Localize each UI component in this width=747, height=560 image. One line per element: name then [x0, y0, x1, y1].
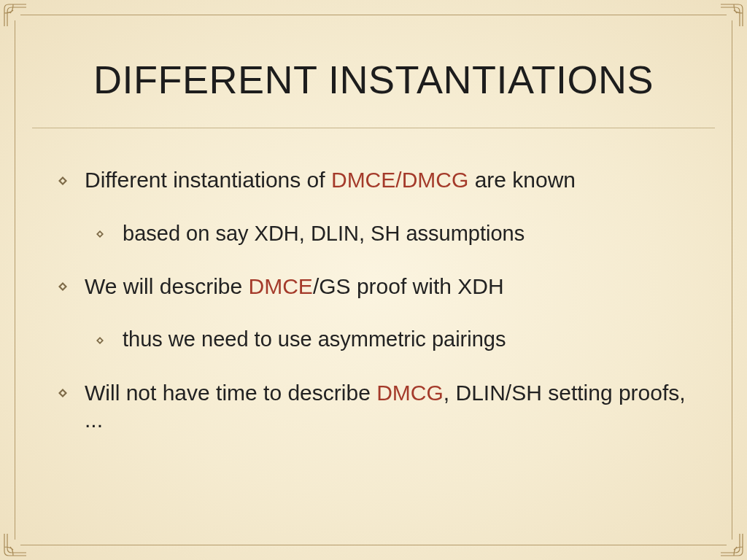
bullet-text: are known: [468, 168, 576, 192]
bullet-text: We will describe: [85, 274, 249, 298]
bullet-subitem: thus we need to use asymmetric pairings: [96, 326, 696, 352]
bullet-item: Different instantiations of DMCE/DMCG ar…: [58, 166, 696, 194]
bullet-text: Different instantiations of: [85, 168, 331, 192]
title-underline: [32, 128, 715, 128]
slide-body: Different instantiations of DMCE/DMCG ar…: [58, 146, 696, 454]
corner-ornament-icon: [719, 3, 744, 28]
bullet-text: thus we need to use asymmetric pairings: [123, 327, 506, 351]
slide-title: DIFFERENT INSTANTIATIONS: [44, 57, 703, 102]
diamond-bullet-icon: [96, 337, 104, 344]
frame-line-bottom: [20, 545, 727, 545]
diamond-bullet-icon: [58, 389, 67, 397]
frame-line-left: [15, 20, 15, 540]
frame-line-right: [732, 20, 732, 540]
bullet-text: based on say XDH, DLIN, SH assumptions: [123, 222, 525, 245]
corner-ornament-icon: [3, 532, 28, 557]
bullet-item: Will not have time to describe DMCG, DLI…: [58, 379, 696, 434]
bullet-item: We will describe DMCE/GS proof with XDH: [58, 273, 696, 300]
bullet-text: Will not have time to describe: [85, 381, 376, 405]
bullet-text: /GS proof with XDH: [313, 274, 504, 298]
diamond-bullet-icon: [96, 230, 104, 238]
bullet-subitem: based on say XDH, DLIN, SH assumptions: [96, 220, 696, 246]
highlight-text: DMCG: [376, 381, 444, 405]
highlight-text: DMCE: [249, 274, 313, 298]
corner-ornament-icon: [719, 532, 744, 557]
frame-line-top: [20, 15, 727, 15]
corner-ornament-icon: [3, 3, 28, 28]
diamond-bullet-icon: [58, 282, 67, 291]
diamond-bullet-icon: [58, 176, 67, 185]
highlight-text: DMCE/DMCG: [331, 168, 468, 192]
slide: DIFFERENT INSTANTIATIONS Different insta…: [0, 0, 747, 560]
